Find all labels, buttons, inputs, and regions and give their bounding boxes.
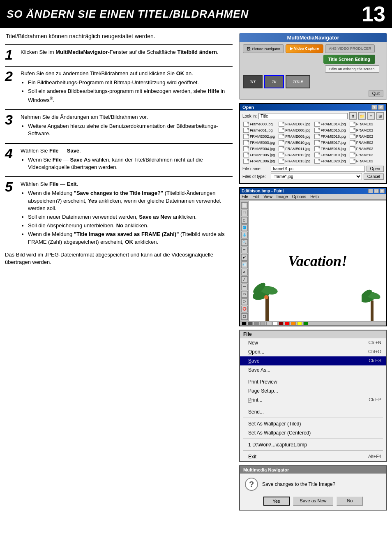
file-item[interactable]: FRAME003.jpg	[242, 140, 277, 146]
poly-tool[interactable]: ⬠	[241, 298, 248, 305]
brush-tool[interactable]: 🖌	[241, 254, 248, 261]
file-item[interactable]: FRAME020.jpg	[314, 158, 348, 164]
select-tool[interactable]: ⬜	[241, 202, 248, 209]
text-tool[interactable]: A	[241, 269, 248, 275]
menu-print-preview[interactable]: Print Preview	[240, 377, 386, 386]
menu-new[interactable]: New Ctrl+N	[240, 338, 386, 347]
ellipse-tool[interactable]: ⭕	[241, 306, 248, 312]
menu-page-setup-label: Page Setup...	[248, 387, 278, 395]
close-icon[interactable]: ×	[380, 189, 385, 193]
save-as-new-button[interactable]: Save as New	[293, 497, 334, 506]
file-item[interactable]: FRAME008.jpg	[278, 127, 313, 133]
file-name-input[interactable]	[271, 166, 365, 172]
video-capture-btn[interactable]: ▶ Video Capture	[286, 44, 323, 53]
detail-view-btn[interactable]: ⊞	[376, 112, 384, 120]
file-item[interactable]: FRAME010.jpg	[278, 140, 313, 146]
menu-save-as[interactable]: Save As...	[240, 365, 386, 374]
file-item[interactable]: FRAME009.jpg	[278, 134, 313, 139]
menu-edit[interactable]: Edit	[252, 194, 259, 199]
pencil-tool[interactable]: ✏	[241, 247, 248, 253]
file-item[interactable]: FRAME02	[349, 146, 384, 152]
file-item[interactable]: Frame051.jpg	[242, 127, 277, 133]
no-button[interactable]: No	[337, 497, 363, 506]
close-btn-open[interactable]: ×	[378, 105, 384, 110]
step-4-bullets: Wenn Sie File — Save As wählen, kann der…	[21, 156, 233, 171]
mmn-dialog-titlebar: Multimedia Navigator	[240, 466, 386, 474]
file-item[interactable]: FRAME005.jpg	[242, 152, 277, 158]
cancel-btn[interactable]: Cancel	[364, 173, 384, 180]
picture-navigator-btn[interactable]: 🖼 Picture Navigator	[243, 44, 284, 53]
file-item[interactable]: FRAME007.jpg	[278, 121, 313, 127]
fill-tool[interactable]: 🪣	[241, 224, 248, 231]
yes-button[interactable]: Yes	[263, 497, 290, 506]
menu-open[interactable]: Open... Ctrl+O	[240, 347, 386, 356]
minimize-btn[interactable]: _	[368, 189, 373, 193]
look-in-input[interactable]: Title	[258, 113, 348, 119]
frame-thumb-3[interactable]: TITLE	[286, 75, 310, 88]
edit-existing-text: Edits an existing title screen.	[329, 67, 376, 71]
file-item[interactable]: FRAME02	[349, 140, 384, 146]
rounded-rect[interactable]: ▢	[241, 313, 248, 320]
edit-existing-box: Edits an existing title screen.	[325, 65, 379, 73]
menu-view[interactable]: View	[263, 194, 272, 199]
select2-tool[interactable]: ⬚	[241, 210, 248, 216]
curve-tool[interactable]: 〜	[241, 284, 248, 290]
menu-file[interactable]: File	[242, 194, 248, 199]
menu-save[interactable]: Save Ctrl+S	[240, 356, 386, 365]
step-2-number: 2	[5, 69, 16, 105]
file-item[interactable]: FRAME02	[349, 127, 384, 133]
step-3-number: 3	[5, 113, 16, 139]
up-btn[interactable]: ⬆	[349, 112, 357, 120]
new-folder-btn[interactable]: 📁	[358, 112, 366, 120]
menu-print[interactable]: Print... Ctrl+P	[240, 395, 386, 404]
page-header: SO ÄNDERN SIE EINEN TITEL/BILDRAHMEN 13	[0, 0, 392, 28]
frame-thumb-2[interactable]: TI!	[264, 75, 284, 88]
title-screen-editing-btn[interactable]: Title Screen Editing	[323, 55, 376, 64]
maximize-btn[interactable]: □	[374, 189, 379, 193]
file-item[interactable]: FRAME02	[349, 121, 384, 127]
file-item[interactable]: FRAME006.jpg	[242, 158, 277, 164]
file-item[interactable]: Frame000.jpg	[242, 121, 277, 127]
menu-help[interactable]: Help	[310, 194, 319, 199]
file-icon	[243, 153, 249, 157]
menu-send[interactable]: Send...	[240, 407, 386, 416]
eraser-tool[interactable]: ◻	[241, 217, 248, 224]
file-item[interactable]: FRAME02	[349, 134, 384, 139]
file-item[interactable]: FRAME016.jpg	[314, 134, 348, 139]
file-item[interactable]: FRAME014.jpg	[314, 121, 348, 127]
menu-page-setup[interactable]: Page Setup...	[240, 386, 386, 395]
producer-btn[interactable]: AHS VIDEO PRODUCER	[325, 44, 375, 53]
file-item[interactable]: FRAME004.jpg	[242, 146, 277, 152]
menu-recent-file[interactable]: 1 D:\Work\...\capture1.bmp	[240, 440, 386, 449]
rect-tool[interactable]: ▭	[241, 291, 248, 298]
line-tool[interactable]: ╱	[241, 276, 248, 283]
step-4: 4 Wählen Sie File — Save. Wenn Sie File …	[5, 143, 233, 173]
file-item[interactable]: FRAME002.jpg	[242, 134, 277, 139]
frame-thumb-1[interactable]: TIT	[243, 75, 263, 88]
open-btn[interactable]: Open	[367, 166, 384, 172]
file-item[interactable]: FRAME02	[349, 152, 384, 158]
quit-btn[interactable]: Quit	[369, 90, 383, 97]
menu-wallpaper-tiled[interactable]: Set As Wallpaper (Tiled)	[240, 419, 386, 428]
mmn-dialog-buttons: Yes Save as New No	[245, 497, 381, 506]
file-item[interactable]: FRAME017.jpg	[314, 140, 348, 146]
file-item[interactable]: FRAME015.jpg	[314, 127, 348, 133]
file-item[interactable]: FRAME013.jpg	[278, 158, 313, 164]
file-item[interactable]: FRAME018.jpg	[314, 146, 348, 152]
color-picker[interactable]: 💧	[241, 232, 248, 238]
help-btn[interactable]: ?	[371, 105, 377, 110]
file-icon	[314, 122, 320, 127]
file-item[interactable]: FRAME019.jpg	[314, 152, 348, 158]
subtitle: Titel/Bildrahmen können nachträglich neu…	[5, 33, 233, 39]
file-item[interactable]: FRAME011.jpg	[278, 146, 313, 152]
files-of-type-select[interactable]: frame*.jpg	[271, 173, 362, 180]
file-item[interactable]: FRAME02	[349, 158, 384, 164]
airbrush-tool[interactable]: 💨	[241, 261, 248, 268]
menu-exit[interactable]: Exit Alt+F4	[240, 452, 386, 461]
file-item[interactable]: FRAME012.jpg	[278, 152, 313, 158]
menu-wallpaper-centered[interactable]: Set As Wallpaper (Centered)	[240, 428, 386, 437]
zoom-tool[interactable]: 🔍	[241, 239, 248, 246]
menu-image[interactable]: Image	[277, 194, 288, 199]
menu-options[interactable]: Options	[292, 194, 306, 199]
list-view-btn[interactable]: ≡	[367, 112, 375, 120]
